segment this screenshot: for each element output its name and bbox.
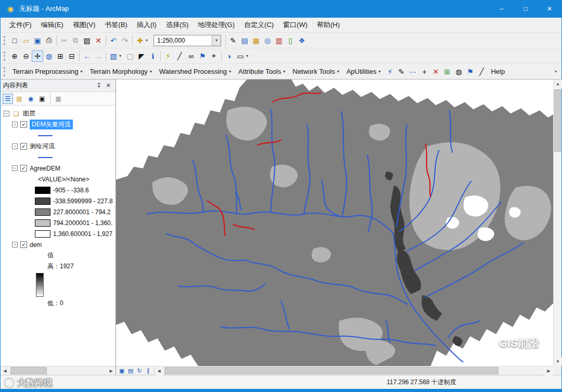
paste-icon[interactable]: ▨: [81, 35, 93, 46]
scale-value[interactable]: 1:250,000: [154, 37, 212, 44]
modelbuilder-icon[interactable]: ❖: [296, 35, 308, 46]
line-symbol[interactable]: [38, 157, 53, 158]
add-data-icon[interactable]: ✚: [134, 35, 146, 46]
legend-swatch[interactable]: [35, 198, 50, 205]
scrollbar-thumb[interactable]: [10, 367, 47, 374]
catalog-window-icon[interactable]: ▦: [250, 35, 262, 46]
legend-row[interactable]: 794.2000001 - 1,360.: [1, 217, 116, 228]
layer-checkbox[interactable]: ✓: [20, 241, 27, 248]
layer-label-dem[interactable]: dem: [30, 241, 42, 249]
copy-icon[interactable]: ⧉: [70, 35, 81, 46]
collapse-icon[interactable]: −: [12, 143, 18, 149]
menu-bookmarks[interactable]: 书签(B): [100, 18, 132, 32]
scroll-up-icon[interactable]: ▲: [554, 80, 562, 88]
pause-drawing-icon[interactable]: ∥: [144, 367, 152, 375]
tools-dropdown-icon[interactable]: ▾: [246, 54, 251, 58]
select-features-icon[interactable]: ▧: [108, 50, 119, 62]
save-icon[interactable]: ▣: [32, 35, 43, 46]
minimize-button[interactable]: ─: [490, 0, 514, 18]
symbol-row[interactable]: [1, 152, 116, 163]
scroll-left-icon[interactable]: ◀: [1, 367, 9, 375]
menu-file[interactable]: 文件(F): [5, 18, 36, 32]
delete-icon[interactable]: ✕: [93, 35, 104, 46]
collapse-icon[interactable]: −: [12, 165, 18, 171]
legend-swatch[interactable]: [35, 187, 50, 194]
legend-row[interactable]: -905 - -338.6: [1, 185, 116, 195]
flow-path-tracing-icon[interactable]: ⚡: [384, 66, 395, 77]
legend-row[interactable]: -338.5999999 - 227.8: [1, 195, 116, 206]
legend-swatch[interactable]: [35, 219, 50, 227]
map-vertical-scrollbar[interactable]: ▲ ▼: [553, 80, 561, 366]
collapse-icon[interactable]: −: [4, 111, 9, 116]
editor-toolbar-icon[interactable]: ✎: [227, 35, 239, 46]
toolbar-grip[interactable]: [4, 51, 6, 61]
viewer-window-icon[interactable]: ▭: [235, 50, 246, 62]
menu-edit[interactable]: 编辑(E): [36, 18, 68, 32]
python-window-icon[interactable]: ▯: [285, 35, 296, 46]
scrollbar-thumb[interactable]: [554, 89, 561, 152]
clear-selection-icon[interactable]: ▢: [124, 50, 136, 62]
snap-point-icon[interactable]: +: [418, 66, 430, 77]
legend-swatch[interactable]: [35, 230, 50, 238]
list-by-visibility-icon[interactable]: ◉: [25, 94, 36, 104]
menu-customize[interactable]: 自定义(C): [239, 18, 278, 32]
toolbar-grip[interactable]: [4, 36, 6, 45]
toolbar-overflow-icon[interactable]: ▾: [552, 66, 559, 77]
scrollbar-thumb[interactable]: [164, 367, 499, 374]
find-route-icon[interactable]: ⚑: [197, 50, 208, 62]
list-by-drawing-order-icon[interactable]: ☰: [3, 94, 13, 104]
map-canvas[interactable]: GIS前沿: [116, 80, 553, 366]
collapse-icon[interactable]: −: [12, 242, 18, 247]
layer-label-agreedem[interactable]: AgreeDEM: [30, 165, 60, 172]
print-icon[interactable]: ⎙: [43, 35, 55, 46]
measure-icon[interactable]: ╱: [174, 50, 185, 62]
menu-windows[interactable]: 窗口(W): [278, 18, 312, 32]
point-delineation-icon[interactable]: ⋯: [407, 66, 418, 77]
scrollbar-track[interactable]: [9, 367, 107, 375]
search-window-icon[interactable]: ◎: [262, 35, 273, 46]
scrollbar-track[interactable]: [163, 367, 544, 375]
fixed-zoom-in-icon[interactable]: ⊞: [55, 50, 66, 62]
menu-terrain-preprocessing[interactable]: Terrain Preprocessing ▾: [9, 66, 86, 77]
legend-swatch[interactable]: [35, 208, 50, 216]
go-to-xy-icon[interactable]: ⌖: [208, 50, 220, 62]
zoom-in-icon[interactable]: ⊕: [9, 50, 20, 62]
html-popup-icon[interactable]: ⚡: [162, 50, 174, 62]
maximize-button[interactable]: □: [514, 0, 538, 18]
new-document-icon[interactable]: □: [9, 35, 20, 46]
collapse-icon[interactable]: −: [12, 122, 18, 127]
add-data-dropdown-icon[interactable]: ▾: [146, 38, 151, 43]
list-by-selection-icon[interactable]: ▣: [37, 94, 47, 104]
legend-row[interactable]: 227.8000001 - 794.2: [1, 206, 116, 217]
arctoolbox-icon[interactable]: ▥: [273, 35, 285, 46]
menu-terrain-morphology[interactable]: Terrain Morphology ▾: [86, 66, 155, 77]
go-back-extent-icon[interactable]: ←: [81, 50, 93, 62]
list-by-source-icon[interactable]: ▤: [14, 94, 24, 104]
identify-icon[interactable]: ℹ: [147, 50, 159, 62]
legend-row[interactable]: 1,360.600001 - 1,927: [1, 228, 116, 239]
layer-checkbox[interactable]: ✓: [20, 121, 27, 128]
toc-horizontal-scrollbar[interactable]: ◀ ▶: [1, 366, 116, 375]
menu-geoprocessing[interactable]: 地理处理(G): [193, 18, 239, 32]
map-horizontal-scrollbar[interactable]: ▣ ▤ ↻ ∥ ◀ ▶: [116, 366, 553, 375]
redo-icon[interactable]: ↷: [119, 35, 131, 46]
fixed-zoom-out-icon[interactable]: ⊟: [66, 50, 78, 62]
pan-icon[interactable]: ✛: [32, 50, 43, 62]
menu-watershed-processing[interactable]: Watershed Processing ▾: [156, 66, 235, 77]
open-folder-icon[interactable]: ▱: [20, 35, 32, 46]
toc-close-icon[interactable]: ✕: [104, 81, 113, 91]
find-icon[interactable]: ∞: [185, 50, 197, 62]
layer-checkbox[interactable]: ✓: [20, 143, 27, 150]
menu-view[interactable]: 视图(V): [68, 18, 100, 32]
network-tools-icon[interactable]: ⊞: [441, 66, 453, 77]
layout-view-icon[interactable]: ▤: [126, 367, 135, 375]
data-frame-row[interactable]: − ❏ 图层: [1, 108, 116, 119]
select-elements-icon[interactable]: ◤: [136, 50, 147, 62]
edit-sketch-icon[interactable]: ✎: [395, 66, 407, 77]
scroll-right-icon[interactable]: ▶: [544, 367, 553, 375]
layer-row-dem-vector[interactable]: − ✓ DEM矢量河流: [1, 119, 116, 130]
global-delineation-icon[interactable]: ◍: [453, 66, 464, 77]
menu-attribute-tools[interactable]: Attribute Tools ▾: [235, 66, 289, 77]
layer-row-surveyed[interactable]: − ✓ 测绘河流: [1, 141, 116, 152]
data-view-icon[interactable]: ▣: [118, 367, 126, 375]
